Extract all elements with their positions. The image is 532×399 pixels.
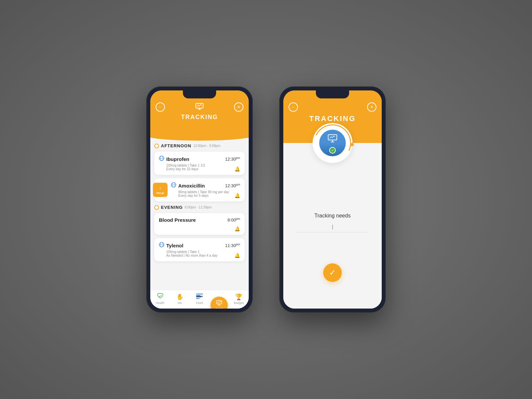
amoxicillin-name: Amoxicillin (178, 183, 205, 189)
phone-1: ← ✕ TRACKING (146, 86, 253, 313)
phone-2: ← ✕ TRACKING (279, 86, 386, 313)
amoxicillin-icon (171, 182, 176, 189)
evening-title: EVENING (161, 205, 183, 210)
evening-time: 6:00pm - 11:59pm (185, 205, 212, 209)
afternoon-title: AFTERNOON (161, 143, 191, 148)
svg-rect-14 (196, 297, 201, 298)
close-icon: ✕ (237, 105, 240, 109)
back-button[interactable]: ← (156, 102, 165, 112)
nav-badges[interactable]: 🏆 Badges (229, 293, 249, 305)
circle-dot-left (311, 135, 314, 138)
header-monitor-icon (196, 103, 203, 111)
phone2-close-button[interactable]: ✕ (367, 102, 376, 112)
amoxicillin-time: 12:30pm (225, 183, 240, 188)
blood-pressure-time: 8:00pm (227, 217, 240, 222)
circle-monitor-icon (328, 134, 337, 144)
merge-arrow-icon: ↑ (159, 186, 162, 191)
ibuprofen-name: Ibuprofen (166, 156, 189, 162)
ibuprofen-bell-icon: 🔔 (234, 166, 240, 172)
ibuprofen-icon (159, 156, 164, 162)
amoxicillin-card[interactable]: ↑ Merge Amoxicillin (154, 178, 245, 201)
tracking-needs-label: Tracking needs (315, 213, 351, 219)
bottom-nav: Health ✋ Me Feed (150, 290, 249, 309)
confirm-check-icon: ✓ (329, 268, 336, 277)
evening-dot (154, 205, 159, 210)
feed-icon (196, 294, 203, 301)
tracking-needs-input[interactable] (296, 221, 369, 232)
track-icon (216, 300, 222, 307)
tylenol-name: Tylenol (166, 243, 183, 248)
afternoon-time: 12:00pm - 5:59pm (193, 144, 220, 148)
evening-section-header: EVENING 6:00pm - 11:59pm (154, 205, 245, 210)
svg-rect-15 (196, 298, 200, 299)
ibuprofen-time: 12:30pm (225, 156, 240, 162)
me-icon: ✋ (176, 293, 184, 301)
nav-me[interactable]: ✋ Me (170, 293, 190, 305)
svg-rect-12 (196, 294, 203, 295)
phone2-close-icon: ✕ (370, 105, 373, 109)
circle-dot-right (350, 143, 354, 146)
health-icon (157, 293, 164, 301)
tylenol-detail1: 100mg tablets | Take 1 (166, 250, 240, 254)
badges-label: Badges (234, 301, 244, 305)
phone2-back-icon: ← (291, 105, 295, 109)
close-button[interactable]: ✕ (234, 102, 243, 112)
phone2-content: ✓ Tracking needs ✓ (283, 143, 382, 309)
nav-track[interactable]: Track (210, 297, 228, 309)
track-label: Track (215, 307, 223, 309)
merge-label: Merge (156, 192, 164, 195)
tylenol-icon (159, 242, 164, 249)
blood-pressure-bell-icon: 🔔 (234, 226, 240, 231)
tylenol-bell-icon: 🔔 (234, 253, 240, 258)
ibuprofen-detail2: Every day for 10 days (166, 167, 240, 171)
content-scroll[interactable]: AFTERNOON 12:00pm - 5:59pm Ibup (150, 134, 249, 290)
tylenol-card[interactable]: Tylenol 11:30pm 100mg tablets | Take 1 A… (154, 238, 245, 261)
merge-badge[interactable]: ↑ Merge (153, 183, 168, 197)
me-label: Me (178, 301, 182, 305)
blood-pressure-card[interactable]: Blood Pressure 8:00pm 🔔 (154, 213, 245, 235)
notch-2 (316, 90, 349, 98)
tylenol-time: 11:30pm (225, 243, 240, 248)
ibuprofen-card[interactable]: Ibuprofen 12:30pm 100mg tablets | Take 1… (154, 152, 245, 175)
blood-pressure-name: Blood Pressure (159, 217, 196, 223)
nav-feed[interactable]: Feed (190, 294, 209, 305)
phone2-back-button[interactable]: ← (289, 102, 298, 112)
afternoon-section-header: AFTERNOON 12:00pm - 5:59pm (154, 143, 245, 148)
feed-label: Feed (196, 301, 203, 305)
amoxicillin-detail1: 90mg tablets | Take 90 mg per day (178, 190, 240, 194)
confirm-button[interactable]: ✓ (323, 263, 342, 282)
amoxicillin-detail2: Every day for 5 days (178, 194, 240, 198)
circle-check-icon: ✓ (329, 147, 336, 154)
tylenol-detail2: As Needed | No more than 4 a day (166, 254, 240, 257)
afternoon-dot (154, 144, 159, 148)
notch (183, 90, 216, 98)
tracking-circle: ✓ (313, 123, 352, 163)
amoxicillin-bell-icon: 🔔 (234, 193, 240, 198)
svg-rect-16 (216, 301, 222, 304)
ibuprofen-detail1: 100mg tablets | Take 1 1/2 (166, 164, 240, 167)
badges-icon: 🏆 (235, 293, 242, 301)
nav-health[interactable]: Health (150, 293, 170, 305)
phone2-header-title: TRACKING (309, 114, 356, 123)
health-label: Health (156, 301, 165, 305)
header-title: TRACKING (181, 114, 218, 121)
back-icon: ← (158, 105, 162, 109)
circle-inner: ✓ (319, 130, 346, 156)
